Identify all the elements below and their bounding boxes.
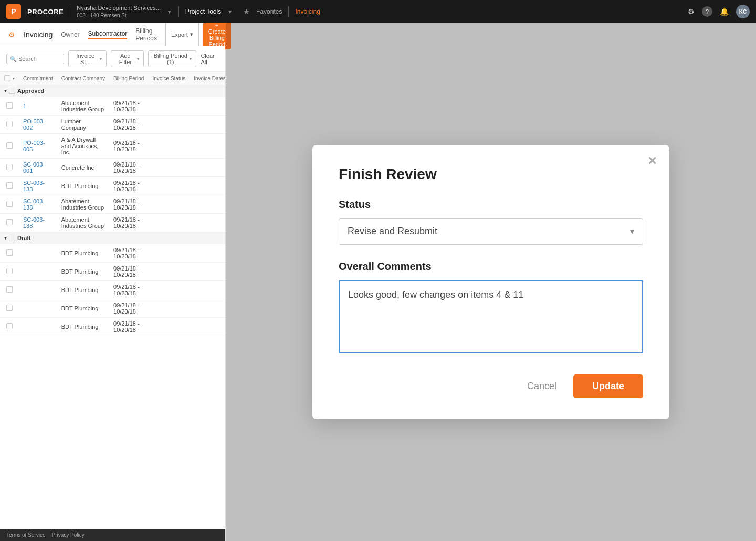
company-cell: Abatement Industries Group xyxy=(57,97,109,116)
invoice-status-cell xyxy=(148,177,190,195)
row-checkbox[interactable] xyxy=(0,214,19,232)
search-icon: 🔍 xyxy=(10,56,16,62)
nav-right-controls: ⚙ ? 🔔 KC xyxy=(688,5,750,18)
invoice-status-cell xyxy=(148,97,190,116)
commitment-cell xyxy=(19,281,57,299)
tab-subcontractor[interactable]: Subcontractor xyxy=(88,30,128,39)
commitment-cell[interactable]: PO-003-005 xyxy=(19,134,57,159)
cancel-button[interactable]: Cancel xyxy=(519,376,565,397)
user-avatar[interactable]: KC xyxy=(736,5,750,18)
procore-logo[interactable]: P xyxy=(6,4,21,19)
commitment-cell xyxy=(19,244,57,263)
comments-section-label: Overall Comments xyxy=(339,261,643,273)
project-tools-label[interactable]: Project Tools xyxy=(185,8,221,15)
billing-period-cell: 09/21/18 - 10/20/18 xyxy=(109,281,148,299)
terms-link[interactable]: Terms of Service xyxy=(6,532,45,538)
modal-title: Finish Review xyxy=(339,166,643,183)
company-cell: BDT Plumbing xyxy=(57,318,109,336)
billing-period-cell: 09/21/18 - 10/20/18 xyxy=(109,97,148,116)
row-checkbox[interactable] xyxy=(0,244,19,263)
nav-divider xyxy=(70,6,70,17)
commitment-cell xyxy=(19,299,57,318)
billing-period-cell: 09/21/18 - 10/20/18 xyxy=(109,134,148,159)
invoice-status-cell xyxy=(148,263,190,281)
row-checkbox[interactable] xyxy=(0,116,19,134)
project-dropdown-arrow[interactable]: ▼ xyxy=(167,9,172,15)
billing-period-cell: 09/21/18 - 10/20/18 xyxy=(109,214,148,232)
invoicing-table: ▾ Commitment Contract Company Billing Pe… xyxy=(0,72,225,529)
table-row: BDT Plumbing 09/21/18 - 10/20/18 xyxy=(0,299,225,318)
project-selector[interactable]: Nyasha Development Services... 003 - 140… xyxy=(77,4,161,18)
subnav-actions: Export ▾ + Create Billing Period xyxy=(165,20,231,49)
invoice-dates-cell xyxy=(190,97,225,116)
billing-period-header: Billing Period xyxy=(109,72,148,85)
invoice-dates-cell xyxy=(190,318,225,336)
comments-textarea[interactable]: Looks good, few changes on items 4 & 11 xyxy=(339,280,643,353)
commitment-header: Commitment xyxy=(19,72,57,85)
tools-dropdown-arrow[interactable]: ▼ xyxy=(227,9,233,15)
row-checkbox[interactable] xyxy=(0,159,19,177)
invoice-status-cell xyxy=(148,159,190,177)
commitment-cell[interactable]: 1 xyxy=(19,97,57,116)
add-filter-button[interactable]: Add Filter▾ xyxy=(111,50,144,67)
row-checkbox[interactable] xyxy=(0,281,19,299)
invoice-dates-cell xyxy=(190,244,225,263)
current-module-label: Invoicing xyxy=(295,8,320,15)
billing-period-cell: 09/21/18 - 10/20/18 xyxy=(109,263,148,281)
company-cell: A & A Drywall and Acoustics, Inc. xyxy=(57,134,109,159)
invoicing-panel: ⚙ Invoicing Owner Subcontractor Billing … xyxy=(0,23,226,541)
company-cell: BDT Plumbing xyxy=(57,299,109,318)
invoice-dates-cell xyxy=(190,299,225,318)
modal-close-button[interactable]: ✕ xyxy=(647,155,657,167)
panel-footer: Terms of Service Privacy Policy xyxy=(0,529,225,541)
nav-divider-3 xyxy=(288,6,289,17)
search-input[interactable] xyxy=(18,56,60,62)
favorites-star[interactable]: ★ xyxy=(243,7,250,16)
status-section-label: Status xyxy=(339,199,643,211)
notifications-icon[interactable]: 🔔 xyxy=(720,7,729,16)
row-checkbox[interactable] xyxy=(0,263,19,281)
update-button[interactable]: Update xyxy=(573,374,643,398)
company-cell: BDT Plumbing xyxy=(57,281,109,299)
commitment-cell[interactable]: SC-003-001 xyxy=(19,159,57,177)
help-icon[interactable]: ? xyxy=(702,6,712,17)
select-all-header[interactable]: ▾ xyxy=(0,72,19,85)
privacy-link[interactable]: Privacy Policy xyxy=(51,532,84,538)
tab-owner[interactable]: Owner xyxy=(61,31,79,38)
tab-billing-periods[interactable]: Billing Periods xyxy=(135,27,157,42)
settings-icon[interactable]: ⚙ xyxy=(688,7,695,16)
status-dropdown[interactable]: Revise and Resubmit ▾ xyxy=(339,218,643,245)
section-header-row: ▾ Approved $24,567.00 xyxy=(0,85,225,97)
status-dropdown-arrow: ▾ xyxy=(630,226,634,236)
commitment-cell[interactable]: SC-003-133 xyxy=(19,177,57,195)
invoice-status-filter[interactable]: Invoice St...▾ xyxy=(68,50,107,67)
row-checkbox[interactable] xyxy=(0,97,19,116)
top-navigation: P PROCORE Nyasha Development Services...… xyxy=(0,0,756,23)
project-code: 003 - 140 Remsen St xyxy=(77,12,161,19)
row-checkbox[interactable] xyxy=(0,318,19,336)
billing-period-cell: 09/21/18 - 10/20/18 xyxy=(109,195,148,214)
main-area: ⚙ Invoicing Owner Subcontractor Billing … xyxy=(0,23,756,541)
row-checkbox[interactable] xyxy=(0,177,19,195)
search-box[interactable]: 🔍 xyxy=(6,54,64,64)
commitment-cell[interactable]: SC-003-138 xyxy=(19,195,57,214)
row-checkbox[interactable] xyxy=(0,134,19,159)
billing-period-filter[interactable]: Billing Period (1)▾ xyxy=(148,50,196,67)
favorites-label[interactable]: Favorites xyxy=(256,8,282,15)
table-row: SC-003-001 Concrete Inc 09/21/18 - 10/20… xyxy=(0,159,225,177)
row-checkbox[interactable] xyxy=(0,195,19,214)
modal-actions: Cancel Update xyxy=(339,374,643,398)
billing-period-cell: 09/21/18 - 10/20/18 xyxy=(109,244,148,263)
commitment-cell[interactable]: SC-003-138 xyxy=(19,214,57,232)
commitment-cell[interactable]: PO-003-002 xyxy=(19,116,57,134)
company-header: Contract Company xyxy=(57,72,109,85)
table-row: SC-003-133 BDT Plumbing 09/21/18 - 10/20… xyxy=(0,177,225,195)
export-button[interactable]: Export ▾ xyxy=(165,20,199,49)
table-row: SC-003-138 Abatement Industries Group 09… xyxy=(0,195,225,214)
row-checkbox[interactable] xyxy=(0,299,19,318)
right-panel: ✕ Finish Review Status Revise and Resubm… xyxy=(226,23,756,541)
clear-all-button[interactable]: Clear All xyxy=(201,53,219,65)
section-header-row: ▾ Draft xyxy=(0,232,225,244)
billing-period-cell: 09/21/18 - 10/20/18 xyxy=(109,116,148,134)
sub-navigation: ⚙ Invoicing Owner Subcontractor Billing … xyxy=(0,23,225,46)
